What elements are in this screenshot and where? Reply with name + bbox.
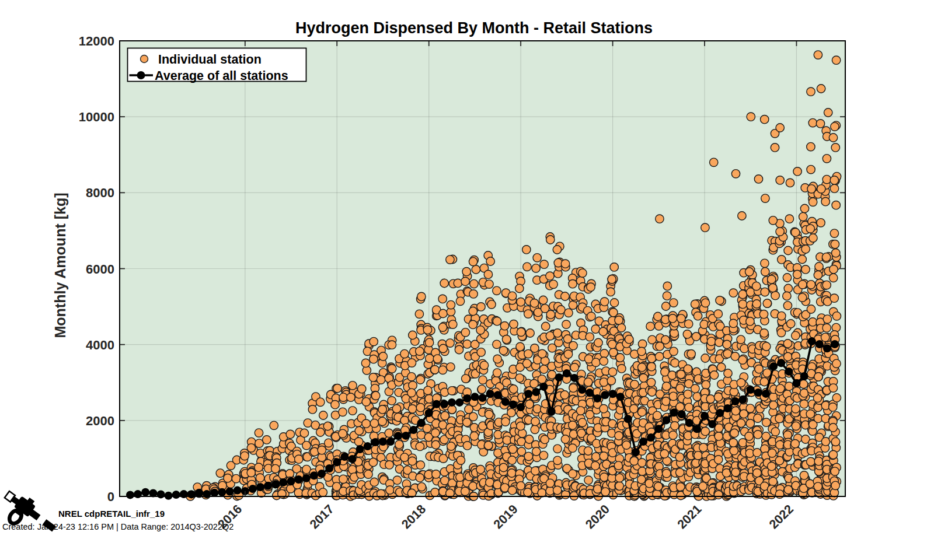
scatter-point — [331, 401, 339, 409]
scatter-point — [300, 429, 308, 437]
scatter-point — [806, 225, 814, 233]
scatter-point — [784, 284, 792, 292]
scatter-point — [801, 265, 810, 274]
x-tick-label: 2021 — [675, 502, 705, 532]
scatter-point — [783, 292, 791, 300]
scatter-point — [592, 453, 600, 461]
average-point — [731, 397, 740, 405]
scatter-point — [832, 201, 840, 209]
scatter-point — [807, 142, 815, 150]
scatter-point — [241, 452, 249, 460]
scatter-point — [431, 429, 440, 437]
average-point — [271, 480, 280, 488]
legend-average-label: Average of all stations — [155, 69, 288, 83]
scatter-point — [769, 477, 777, 485]
scatter-point — [370, 478, 378, 486]
scatter-point — [416, 474, 424, 482]
scatter-point — [577, 407, 585, 415]
scatter-point — [769, 401, 778, 409]
scatter-point — [807, 457, 815, 466]
scatter-point — [553, 444, 562, 453]
scatter-point — [746, 317, 754, 326]
scatter-point — [569, 470, 577, 478]
scatter-point — [656, 215, 664, 223]
scatter-point — [407, 373, 416, 381]
scatter-point — [814, 457, 823, 466]
scatter-point — [311, 421, 319, 429]
scatter-point — [768, 449, 776, 457]
scatter-point — [808, 318, 817, 326]
scatter-point — [355, 426, 363, 435]
scatter-point — [339, 408, 347, 416]
average-point — [501, 398, 510, 406]
scatter-point — [791, 228, 799, 236]
scatter-point — [485, 441, 493, 449]
scatter-point — [358, 385, 366, 393]
scatter-point — [508, 292, 516, 300]
scatter-point — [607, 376, 615, 384]
scatter-point — [693, 312, 702, 320]
scatter-point — [800, 471, 808, 480]
scatter-point — [440, 279, 448, 287]
scatter-point — [622, 441, 630, 449]
scatter-point — [316, 428, 325, 436]
scatter-point — [347, 393, 355, 401]
scatter-point — [388, 341, 396, 349]
y-tick-label: 8000 — [86, 186, 114, 200]
scatter-point — [668, 371, 676, 379]
scatter-point — [801, 245, 810, 253]
scatter-point — [294, 488, 302, 496]
scatter-point — [423, 326, 431, 334]
scatter-point — [785, 215, 793, 223]
scatter-point — [715, 432, 723, 440]
scatter-point — [769, 216, 777, 225]
scatter-point — [832, 56, 840, 64]
average-point — [463, 394, 471, 402]
scatter-point — [729, 439, 737, 447]
scatter-point — [830, 176, 838, 184]
scatter-point — [388, 397, 396, 405]
scatter-point — [832, 249, 840, 257]
scatter-point — [738, 300, 747, 308]
average-point — [517, 403, 525, 411]
scatter-point — [393, 476, 401, 484]
scatter-point — [515, 374, 524, 382]
scatter-point — [523, 359, 531, 368]
average-point — [187, 490, 196, 498]
scatter-point — [432, 470, 440, 478]
scatter-point — [564, 350, 572, 358]
scatter-point — [447, 442, 455, 450]
scatter-point — [594, 338, 602, 346]
scatter-point — [369, 373, 377, 382]
scatter-point — [370, 355, 378, 363]
scatter-point — [508, 456, 516, 464]
scatter-point — [538, 349, 546, 358]
scatter-point — [823, 315, 831, 323]
average-point — [126, 491, 134, 499]
scatter-point — [783, 340, 792, 348]
average-point — [218, 488, 226, 496]
scatter-point — [448, 387, 456, 395]
scatter-point — [752, 282, 761, 290]
average-point — [747, 386, 755, 394]
scatter-point — [745, 432, 753, 440]
scatter-point — [800, 400, 808, 408]
scatter-point — [553, 456, 562, 464]
legend: Individual station Average of all statio… — [128, 48, 306, 83]
scatter-point — [747, 113, 755, 121]
average-point — [815, 340, 824, 348]
y-tick-label: 0 — [107, 489, 114, 504]
average-point — [639, 438, 647, 446]
scatter-point — [524, 488, 532, 496]
scatter-point — [798, 255, 806, 263]
scatter-point — [516, 342, 524, 351]
scatter-point — [354, 438, 363, 446]
scatter-point — [591, 325, 600, 333]
scatter-point — [661, 335, 670, 344]
scatter-point — [710, 158, 718, 166]
scatter-point — [325, 439, 333, 447]
y-tick-label: 6000 — [86, 262, 114, 276]
scatter-point — [615, 316, 623, 324]
scatter-point — [723, 340, 731, 348]
average-point — [654, 425, 663, 433]
